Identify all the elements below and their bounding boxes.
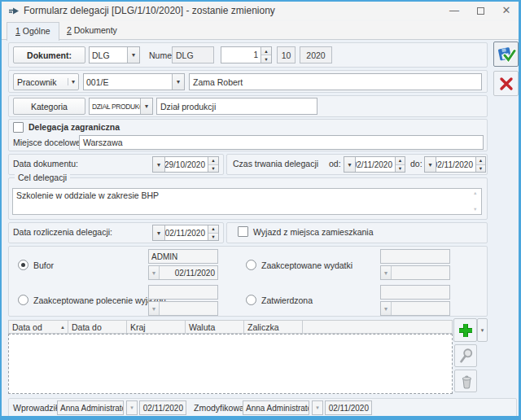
category-code-value: DZIAŁ PRODUKCJI <box>90 98 140 114</box>
kategoria-button[interactable]: Kategoria <box>13 98 85 115</box>
calendar-dropdown-icon: ▾ <box>381 266 392 279</box>
save-icon <box>497 45 516 64</box>
document-number-value: 1 <box>221 47 260 63</box>
doc-date-label: Data dokumentu: <box>13 159 78 168</box>
spin-up-icon[interactable]: ▲ <box>396 157 405 165</box>
window-app-icon <box>8 5 20 16</box>
chevron-down-icon[interactable]: ▾ <box>140 98 152 114</box>
category-description-field[interactable]: Dział produkcji <box>156 98 317 115</box>
chevron-down-icon[interactable]: ▾ <box>127 47 139 63</box>
date-spinner[interactable]: ▲▼ <box>475 157 485 172</box>
magnifier-icon <box>458 348 474 364</box>
chevron-down-icon: ▾ <box>481 327 484 334</box>
spin-down-icon[interactable]: ▼ <box>396 165 405 173</box>
expenses-operator-field <box>380 249 450 264</box>
scroll-up-icon[interactable]: ▲ <box>473 190 477 195</box>
approved-radio[interactable] <box>246 295 256 305</box>
travel-order-date-field: ▾ <box>148 301 218 316</box>
employee-name-field[interactable]: Zama Robert <box>189 73 482 90</box>
created-date-field: 02/11/2020 <box>139 400 186 415</box>
bufor-label: Bufor <box>33 260 54 270</box>
travel-order-operator-field <box>148 285 218 300</box>
save-button[interactable] <box>493 42 519 67</box>
calendar-dropdown-icon[interactable]: ▾ <box>425 157 436 172</box>
items-table-body[interactable] <box>8 334 453 394</box>
travel-order-radio[interactable] <box>18 295 28 305</box>
expenses-radio[interactable] <box>246 260 256 270</box>
home-departure-checkbox[interactable] <box>238 226 248 237</box>
minimize-button[interactable]: — <box>444 2 464 20</box>
settlement-date-picker[interactable]: ▾ 02/11/2020 ▲▼ <box>152 225 219 241</box>
document-month-field: 10 <box>277 46 296 63</box>
tab-dokumenty[interactable]: 2 Dokumenty <box>59 22 125 40</box>
column-header-data-od[interactable]: Data od ▲ <box>9 321 68 333</box>
spin-down-icon[interactable]: ▼ <box>476 165 485 173</box>
date-spinner[interactable]: ▲▼ <box>395 157 405 172</box>
scroll-down-icon[interactable]: ▼ <box>473 207 477 212</box>
chevron-down-icon[interactable]: ▾ <box>172 74 184 90</box>
column-label: Data od <box>12 322 42 332</box>
spin-down-icon[interactable]: ▼ <box>208 165 218 173</box>
doc-date-value: 29/10/2020 <box>165 157 208 172</box>
category-code-combo[interactable]: DZIAŁ PRODUKCJI ▾ <box>89 98 153 115</box>
spin-up-icon[interactable]: ▲ <box>208 157 218 165</box>
document-type-value: DLG <box>90 47 127 63</box>
date-spinner[interactable]: ▲▼ <box>208 225 218 240</box>
document-number-stepper[interactable]: 1 ▲▼ <box>221 46 272 63</box>
bufor-date-field: ▾ 02/11/2020 <box>148 265 218 280</box>
pracownik-button[interactable]: Pracownik ▾ <box>13 73 79 90</box>
calendar-dropdown-icon[interactable]: ▾ <box>344 157 356 172</box>
spin-up-icon[interactable]: ▲ <box>261 47 271 55</box>
column-header-kraj[interactable]: Kraj <box>127 321 186 333</box>
cancel-button[interactable] <box>493 71 519 96</box>
add-item-menu-button[interactable]: ▾ <box>477 318 488 342</box>
date-spinner[interactable]: ▲▼ <box>208 157 218 172</box>
travel-order-label: Zaakceptowane polecenie wyjazdu <box>33 295 166 305</box>
duration-label: Czas trwania delegacji <box>233 159 318 168</box>
calendar-dropdown-icon[interactable]: ▾ <box>153 157 165 172</box>
bufor-date-value: 02/11/2020 <box>160 269 217 278</box>
spin-up-icon[interactable]: ▲ <box>208 225 218 234</box>
from-label: od: <box>329 159 341 168</box>
column-header-data-do[interactable]: Data do <box>68 321 127 333</box>
dokument-button[interactable]: Dokument: <box>13 46 85 63</box>
calendar-dropdown-icon: ▾ <box>149 266 160 279</box>
from-date-picker[interactable]: ▾ 02/11/2020 ▲▼ <box>344 156 405 173</box>
tab-ogolne[interactable]: 1 Ogólne <box>7 22 59 41</box>
destination-label: Miejsce docelowe: <box>13 138 83 147</box>
calendar-dropdown-icon: ▾ <box>149 302 160 315</box>
pracownik-button-label: Pracownik <box>17 77 56 87</box>
column-header-zaliczka[interactable]: Zaliczka <box>244 321 303 333</box>
modified-date-field: 02/11/2020 <box>325 400 372 415</box>
to-date-picker[interactable]: ▾ 02/11/2020 ▲▼ <box>424 156 486 173</box>
purpose-textarea[interactable]: Szkolenie w oddziale w zakresie BHP <box>12 188 482 215</box>
add-item-button[interactable] <box>453 318 477 342</box>
calendar-dropdown-icon[interactable]: ▾ <box>153 225 165 240</box>
foreign-trip-checkbox[interactable] <box>13 122 24 133</box>
close-button[interactable]: ✕ <box>497 2 516 20</box>
maximize-icon <box>477 7 484 15</box>
tab-bar: 1 Ogólne 2 Dokumenty <box>2 21 519 40</box>
column-header-filler <box>303 321 452 333</box>
number-spinner[interactable]: ▲▼ <box>260 47 271 63</box>
delete-item-button[interactable] <box>454 370 477 392</box>
employee-code-combo[interactable]: 001/E ▾ <box>83 73 185 90</box>
approved-label: Zatwierdzona <box>261 295 313 305</box>
settlement-date-label: Data rozliczenia delegacji: <box>13 227 112 237</box>
spin-down-icon[interactable]: ▼ <box>208 234 218 241</box>
delegation-form-window: Formularz delegacji [DLG/1/10/2020] - zo… <box>0 0 521 420</box>
document-type-combo[interactable]: DLG ▾ <box>89 46 140 63</box>
chevron-down-icon: ▾ <box>130 405 134 411</box>
spin-up-icon[interactable]: ▲ <box>476 157 485 165</box>
doc-date-picker[interactable]: ▾ 29/10/2020 ▲▼ <box>152 156 219 173</box>
created-by-label: Wprowadził: <box>13 403 59 413</box>
edit-item-button[interactable] <box>454 344 477 367</box>
column-header-waluta[interactable]: Waluta <box>186 321 244 333</box>
maximize-button[interactable] <box>471 2 490 20</box>
bufor-radio[interactable] <box>18 260 28 270</box>
created-by-field: Anna Administrator <box>57 400 124 415</box>
home-departure-label: Wyjazd z miejsca zamieszkania <box>253 227 374 237</box>
destination-input[interactable]: Warszawa <box>79 135 484 150</box>
expenses-date-field: ▾ <box>380 265 450 280</box>
spin-down-icon[interactable]: ▼ <box>261 55 271 63</box>
